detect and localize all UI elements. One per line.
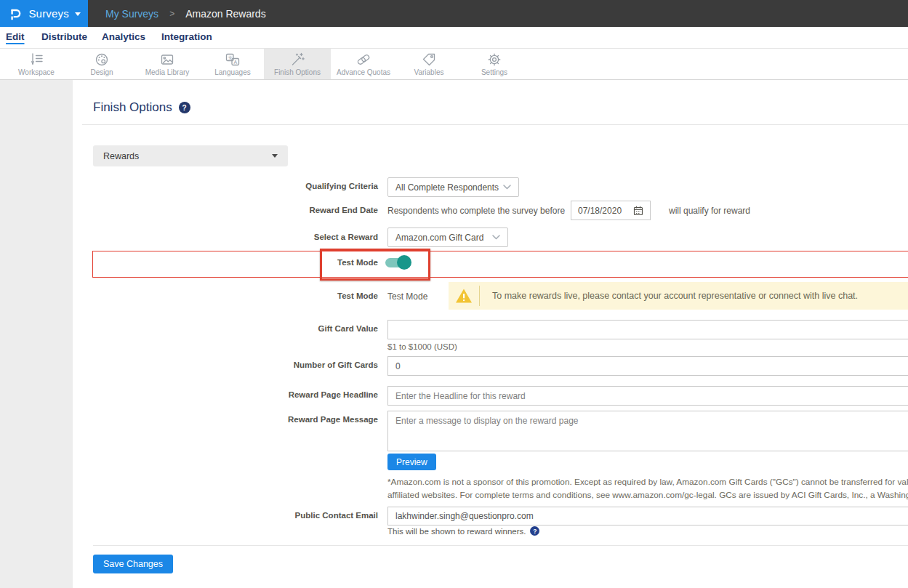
chevron-down-icon: [492, 235, 500, 240]
breadcrumb: My Surveys > Amazon Rewards: [105, 0, 266, 27]
gift-card-value-label: Gift Card Value: [73, 324, 378, 333]
workspace-icon: [28, 52, 44, 68]
reward-end-date-input[interactable]: 07/18/2020: [571, 201, 651, 220]
toolbar-item-workspace[interactable]: Workspace: [4, 49, 69, 79]
number-of-gift-cards-input[interactable]: [387, 356, 908, 376]
page-title: Finish Options: [93, 100, 172, 115]
toolbar-item-variables[interactable]: Variables: [396, 49, 462, 79]
page-title-row: Finish Options ?: [93, 100, 190, 115]
toolbar-item-label: Finish Options: [274, 68, 321, 76]
magic-wand-icon: [289, 52, 305, 68]
reward-page-message-label: Reward Page Message: [73, 415, 378, 424]
chevron-down-icon: [272, 154, 278, 158]
select-reward-value: Amazon.com Gift Card: [395, 233, 483, 243]
questionpro-logo: [9, 7, 22, 21]
reward-end-date-suffix: will qualify for reward: [669, 206, 750, 216]
title-divider: [82, 124, 908, 125]
public-contact-email-helper: This will be shown to reward winners.: [387, 527, 526, 536]
product-label: Surveys: [28, 7, 69, 20]
warning-divider: [479, 286, 480, 306]
qualifying-criteria-select[interactable]: All Complete Respondents: [387, 177, 519, 197]
reward-page-headline-label: Reward Page Headline: [73, 390, 378, 399]
svg-text:文: 文: [228, 55, 233, 60]
toggle-knob: [397, 255, 411, 270]
toolbar-item-advance-quotas[interactable]: Advance Quotas: [331, 49, 396, 79]
reward-end-date-label: Reward End Date: [73, 206, 378, 214]
toolbar-item-languages[interactable]: 文 A Languages: [200, 49, 265, 79]
number-of-gift-cards-label: Number of Gift Cards: [73, 361, 378, 369]
toolbar-item-label: Design: [90, 68, 113, 76]
select-reward-select[interactable]: Amazon.com Gift Card: [387, 227, 508, 247]
test-mode-toggle[interactable]: [385, 255, 412, 270]
help-icon[interactable]: ?: [179, 102, 190, 113]
breadcrumb-current-survey: Amazon Rewards: [185, 8, 266, 20]
gift-card-value-input[interactable]: [387, 320, 908, 339]
save-changes-button[interactable]: Save Changes: [93, 555, 173, 573]
toolbar-item-design[interactable]: Design: [69, 49, 134, 79]
toolbar-item-label: Media Library: [145, 68, 190, 76]
image-icon: [159, 52, 175, 68]
tab-edit[interactable]: Edit: [6, 27, 25, 48]
bottom-divider: [93, 545, 908, 546]
public-contact-email-label: Public Contact Email: [73, 511, 378, 520]
app-window: Surveys My Surveys > Amazon Rewards Edit…: [0, 0, 908, 588]
surveys-product-menu[interactable]: Surveys: [0, 0, 88, 27]
palette-icon: [94, 52, 110, 68]
chevron-down-icon: [503, 185, 511, 190]
toolbar-item-label: Settings: [481, 68, 507, 76]
toolbar-item-label: Advance Quotas: [337, 68, 390, 76]
chain-link-icon: [355, 52, 371, 68]
left-rail: [0, 80, 73, 588]
gift-card-value-helper: $1 to $1000 (USD): [387, 342, 457, 351]
public-contact-email-helper-row: This will be shown to reward winners. ?: [387, 526, 539, 536]
preview-button[interactable]: Preview: [387, 454, 436, 470]
warning-text: To make rewards live, please contact you…: [492, 291, 858, 301]
toolbar-item-finish-options[interactable]: Finish Options: [264, 49, 331, 79]
svg-text:A: A: [234, 60, 238, 65]
test-mode-toggle-label: Test Mode: [73, 258, 378, 267]
qualifying-criteria-value: All Complete Respondents: [395, 182, 499, 193]
amazon-disclaimer-line2: affiliated websites. For complete terms …: [387, 490, 908, 500]
finish-option-category-select[interactable]: Rewards: [93, 145, 288, 166]
qualifying-criteria-label: Qualifying Criteria: [73, 182, 378, 190]
toolbar-item-media-library[interactable]: Media Library: [134, 49, 200, 79]
top-bar: Surveys My Surveys > Amazon Rewards: [0, 0, 908, 27]
toolbar-item-settings[interactable]: Settings: [462, 49, 527, 79]
tab-distribute[interactable]: Distribute: [41, 27, 87, 48]
reward-end-date-prefix: Respondents who complete the survey befo…: [387, 206, 565, 216]
survey-nav-tabs: Edit Distribute Analytics Integration: [0, 27, 908, 48]
test-mode-status-value: Test Mode: [387, 291, 427, 302]
calendar-icon: [633, 206, 643, 216]
breadcrumb-my-surveys[interactable]: My Surveys: [105, 8, 158, 20]
public-contact-email-input[interactable]: [387, 507, 908, 525]
toolbar-item-label: Variables: [414, 68, 444, 76]
tab-integration[interactable]: Integration: [161, 27, 212, 48]
toolbar-item-label: Languages: [214, 68, 251, 76]
amazon-disclaimer-line1: *Amazon.com is not a sponsor of this pro…: [387, 477, 908, 487]
warning-icon: [449, 288, 479, 304]
tab-analytics[interactable]: Analytics: [102, 27, 145, 48]
help-icon[interactable]: ?: [530, 526, 539, 536]
translate-icon: 文 A: [225, 52, 241, 68]
gear-icon: [486, 52, 502, 68]
select-reward-label: Select a Reward: [73, 233, 378, 241]
category-select-value: Rewards: [103, 151, 139, 161]
breadcrumb-separator: >: [169, 9, 174, 19]
edit-toolbar: Workspace Design Media Libr: [0, 48, 908, 80]
reward-end-date-value: 07/18/2020: [578, 206, 622, 216]
test-mode-warning-banner: To make rewards live, please contact you…: [449, 282, 908, 310]
test-mode-status-label: Test Mode: [73, 291, 378, 300]
toolbar-item-label: Workspace: [18, 68, 55, 76]
reward-page-message-input[interactable]: [387, 411, 908, 451]
reward-page-headline-input[interactable]: [387, 386, 908, 406]
chevron-down-icon: [75, 12, 81, 16]
tag-icon: [421, 52, 437, 68]
